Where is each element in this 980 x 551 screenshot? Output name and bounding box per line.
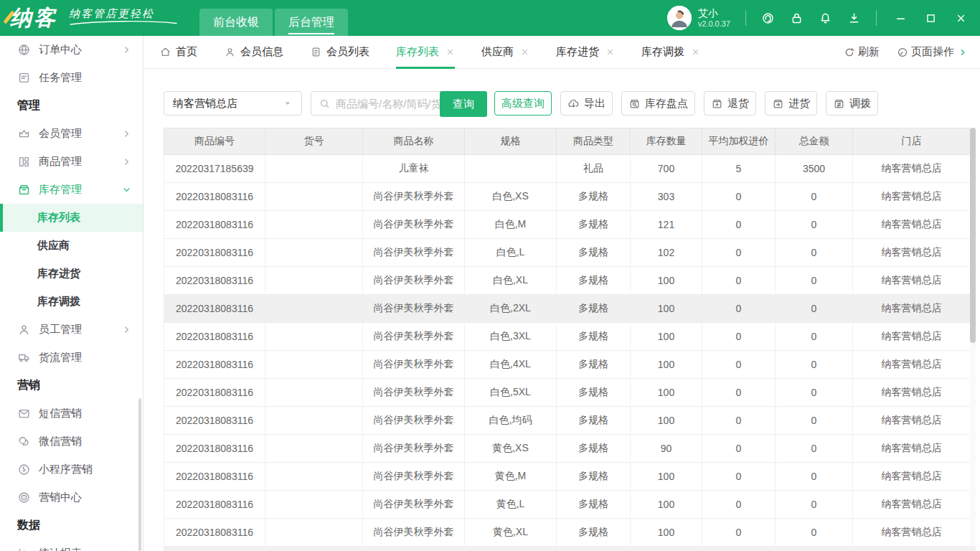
table-cell [265, 155, 363, 183]
miniapp-icon [17, 463, 31, 476]
column-header-规格: 规格 [465, 128, 557, 155]
lock-icon[interactable] [790, 11, 804, 25]
column-header-商品类型: 商品类型 [557, 128, 631, 155]
table-cell: 100 [631, 267, 702, 295]
table-row[interactable]: 20220318083116尚谷伊美秋季外套白色,XS多规格30300纳客营销总… [164, 183, 971, 211]
sidebar-item-小程序营销[interactable]: 小程序营销 [0, 456, 143, 484]
table-cell: 白色,3XL [465, 323, 557, 351]
tabbar-actions: 刷新 页面操作 [844, 45, 967, 59]
sidebar-item-微信营销[interactable]: 微信营销 [0, 428, 143, 456]
stocktake-button[interactable]: 库存盘点 [621, 91, 695, 116]
button-label: 调拨 [849, 97, 871, 110]
tab-供应商[interactable]: 供应商 [481, 36, 529, 69]
tab-close-icon[interactable] [520, 47, 529, 57]
sidebar-item-订单中心[interactable]: 订单中心 [0, 36, 143, 64]
table-cell: 0 [776, 435, 853, 463]
sidebar-item-label: 微信营销 [39, 435, 82, 448]
table-vertical-scrollbar[interactable] [970, 128, 976, 546]
table-cell: 100 [631, 323, 702, 351]
table-cell: 黄色,XL [465, 519, 557, 547]
tab-首页[interactable]: 首页 [159, 36, 197, 69]
table-row[interactable]: 20220318083116尚谷伊美秋季外套白色,5XL多规格10000纳客营销… [164, 379, 971, 407]
minimize-icon[interactable] [895, 12, 907, 24]
table-row[interactable]: 20220318083116尚谷伊美秋季外套黄色,XL多规格10000纳客营销总… [164, 519, 971, 547]
table-cell: 100 [631, 463, 702, 491]
return-button[interactable]: 退货 [704, 91, 756, 116]
sidebar-item-营销中心[interactable]: 营销中心 [0, 484, 143, 512]
sidebar-subitem-库存列表[interactable]: 库存列表 [0, 204, 143, 232]
sidebar-item-label: 营销中心 [39, 491, 82, 504]
tab-close-icon[interactable] [691, 47, 700, 57]
tab-库存列表[interactable]: 库存列表 [396, 36, 455, 69]
sidebar-item-员工管理[interactable]: 员工管理 [0, 316, 143, 344]
support-icon[interactable] [761, 11, 775, 25]
tab-会员信息[interactable]: 会员信息 [224, 36, 283, 69]
table-cell: 纳客营销总店 [853, 463, 971, 491]
table-row[interactable]: 20220317185639儿童袜礼品70053500纳客营销总店 [164, 155, 971, 183]
chevron-right-icon [122, 157, 131, 166]
toolbar: 纳客营销总店 查询 高级查询 导出库存盘点退货进货调拨 [143, 69, 980, 116]
front-cashier-button[interactable]: 前台收银 [199, 9, 273, 36]
table-row[interactable]: 20220318083116尚谷伊美秋季外套黄色,XS多规格9000纳客营销总店 [164, 435, 971, 463]
sidebar-item-短信营销[interactable]: 短信营销 [0, 400, 143, 428]
avatar[interactable] [667, 6, 692, 30]
bell-icon[interactable] [819, 11, 832, 25]
table-row[interactable]: 20220318083116尚谷伊美秋季外套黄色,L多规格10000纳客营销总店 [164, 491, 971, 519]
sidebar-item-货流管理[interactable]: 货流管理 [0, 344, 143, 372]
tab-close-icon[interactable] [606, 47, 615, 57]
table-cell: 尚谷伊美秋季外套 [363, 463, 465, 491]
refresh-button[interactable]: 刷新 [844, 45, 880, 59]
table-cell: 303 [631, 183, 702, 211]
slogan-text: 纳客管店更轻松 [69, 7, 154, 19]
table-cell: 多规格 [557, 211, 631, 239]
table-row[interactable]: 20220318083116尚谷伊美秋季外套白色,4XL多规格10000纳客营销… [164, 351, 971, 379]
backend-manage-button[interactable]: 后台管理 [275, 9, 348, 36]
sidebar-subitem-库存进货[interactable]: 库存进货 [0, 260, 143, 288]
sidebar-item-任务管理[interactable]: 任务管理 [0, 64, 143, 92]
tab-库存调拨[interactable]: 库存调拨 [641, 36, 700, 69]
table-cell: 0 [702, 435, 776, 463]
list-icon [310, 46, 322, 58]
tabbar: 首页会员信息会员列表库存列表供应商库存进货库存调拨 刷新 页面操作 [143, 36, 980, 69]
tab-label: 首页 [176, 45, 197, 59]
advanced-query-button[interactable]: 高级查询 [494, 91, 552, 116]
export-button[interactable]: 导出 [560, 91, 613, 116]
sidebar-scrollbar[interactable] [138, 398, 141, 551]
sidebar-item-商品管理[interactable]: 商品管理 [0, 148, 143, 176]
table-cell: 白色,5XL [465, 379, 557, 407]
table-row[interactable]: 20220318083116尚谷伊美秋季外套白色,M多规格12100纳客营销总店 [164, 211, 971, 239]
table-row[interactable]: 20220318083116尚谷伊美秋季外套白色,3XL多规格10000纳客营销… [164, 323, 971, 351]
close-icon[interactable] [955, 12, 967, 24]
sidebar-item-统计报表[interactable]: 统计报表 [0, 540, 143, 551]
column-header-门店: 门店 [853, 128, 971, 155]
user-info[interactable]: 艾小 v2.0.0.37 [698, 7, 730, 29]
sidebar-subitem-供应商[interactable]: 供应商 [0, 232, 143, 260]
table-horizontal-scrollbar[interactable] [164, 546, 976, 551]
column-header-货号: 货号 [265, 128, 363, 155]
table-row[interactable]: 20220318083116尚谷伊美秋季外套白色,2XL多规格10000纳客营销… [164, 295, 971, 323]
table-cell: 0 [702, 267, 776, 295]
download-icon[interactable] [847, 11, 861, 25]
table-row[interactable]: 20220318083116尚谷伊美秋季外套白色,L多规格10200纳客营销总店 [164, 239, 971, 267]
tab-会员列表[interactable]: 会员列表 [310, 36, 369, 69]
table-row[interactable]: 20220318083116尚谷伊美秋季外套黄色,M多规格10000纳客营销总店 [164, 463, 971, 491]
table-cell [265, 379, 363, 407]
query-button[interactable]: 查询 [440, 91, 487, 117]
table-cell [265, 519, 363, 547]
store-select[interactable]: 纳客营销总店 [164, 91, 302, 116]
table-row[interactable]: 20220318083116尚谷伊美秋季外套白色,均码多规格10000纳客营销总… [164, 407, 971, 435]
sidebar-subitem-库存调拨[interactable]: 库存调拨 [0, 288, 143, 316]
table-cell: 0 [776, 295, 853, 323]
page-operations-button[interactable]: 页面操作 [897, 45, 967, 59]
sidebar-item-库存管理[interactable]: 库存管理 [0, 176, 143, 204]
tab-close-icon[interactable] [446, 47, 455, 57]
table-row[interactable]: 20220318083116尚谷伊美秋季外套白色,XL多规格10000纳客营销总… [164, 267, 971, 295]
app-version: v2.0.0.37 [698, 19, 730, 29]
table-cell: 100 [631, 407, 702, 435]
transfer-button[interactable]: 调拨 [826, 91, 878, 116]
tab-库存进货[interactable]: 库存进货 [556, 36, 615, 69]
maximize-icon[interactable] [925, 12, 937, 24]
purchase-button[interactable]: 进货 [765, 91, 817, 116]
sidebar-item-会员管理[interactable]: 会员管理 [0, 120, 143, 148]
scrollbar-thumb[interactable] [970, 128, 976, 343]
